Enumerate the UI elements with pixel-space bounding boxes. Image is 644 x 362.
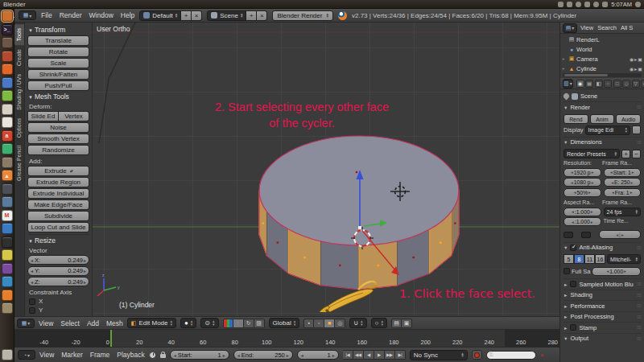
render-action-button[interactable]: Audio (616, 114, 641, 124)
jump-to-next-keyframe-button[interactable]: ▶▶ (385, 350, 395, 360)
visibility-eye-icon[interactable]: ◉ (630, 66, 634, 72)
display-extra-button[interactable] (632, 125, 641, 134)
selectability-arrow-icon[interactable]: ▸ (634, 66, 637, 72)
outliner-item[interactable]: + ▣ Camera ◉ ▸ ▣ (562, 54, 642, 64)
object-tab[interactable]: □ (613, 80, 621, 88)
shelf-tab[interactable]: Create (14, 45, 24, 70)
start-frame-field[interactable]: ◂Start:1▸ (170, 350, 229, 360)
viewport-menu[interactable]: Select (60, 319, 80, 327)
delete-scene-button[interactable]: × (257, 10, 267, 21)
resolution-field[interactable]: ◂1920 p▸ (564, 168, 601, 177)
outliner-menu[interactable]: All S (621, 24, 633, 31)
current-frame-field[interactable]: ◂1▸ (297, 350, 339, 360)
render-layers-tab[interactable]: ▤ (585, 80, 593, 88)
web-globe-icon[interactable] (2, 196, 13, 208)
rotate-manipulator-icon[interactable]: ↻ (244, 319, 254, 328)
timeline-menu[interactable]: View (39, 351, 54, 359)
renderability-camera-icon[interactable]: ▣ (638, 66, 642, 72)
blender-dock-icon[interactable] (2, 10, 13, 22)
network-icon[interactable] (558, 2, 564, 7)
aa-samples-button[interactable]: 5 (564, 254, 574, 264)
renderability-camera-icon[interactable]: ▣ (638, 56, 642, 62)
properties-editor-type-button[interactable]: ▥ (563, 79, 573, 88)
transform-button[interactable]: Rotate (27, 47, 89, 57)
fps-dropdown[interactable]: 24 fps▴▾ (604, 208, 642, 216)
menu[interactable]: Help (121, 11, 134, 19)
sync-dropdown[interactable]: No Sync▴▾ (410, 350, 468, 360)
add-tool-button[interactable]: Extrude Region (27, 177, 89, 187)
media-player-icon[interactable] (2, 223, 13, 234)
mail-icon[interactable] (584, 2, 590, 7)
extrude-dropdown[interactable]: Extrude (27, 166, 89, 176)
lock-time-icon[interactable] (160, 354, 166, 358)
vertex-select-icon[interactable]: ▪ (303, 319, 314, 328)
orientation-dropdown[interactable]: Global▴▾ (269, 318, 300, 328)
end-frame-field[interactable]: ◂End:250▸ (233, 350, 293, 360)
keying-set-field[interactable]: ⚿ (486, 351, 536, 360)
aspect-y-field[interactable]: ◂:1.000▸ (564, 217, 601, 226)
gmail-icon[interactable]: M (2, 210, 13, 221)
viewport-menu[interactable]: View (39, 319, 53, 327)
snap-dropdown[interactable]: ∪▴▾ (349, 318, 366, 328)
menu[interactable]: Window (89, 11, 114, 19)
transform-panel-header[interactable]: ▼Transform (28, 26, 89, 34)
aspect-x-field[interactable]: ◂:1.000▸ (564, 208, 601, 216)
cylinder-mesh[interactable] (259, 136, 459, 290)
add-layout-button[interactable]: + (181, 10, 192, 21)
add-scene-button[interactable]: + (246, 10, 257, 21)
jump-to-end-button[interactable]: ▶| (395, 350, 406, 360)
section-checkbox[interactable] (570, 281, 576, 287)
edge-select-icon[interactable]: ▫ (314, 319, 324, 328)
translate-manipulator-icon[interactable]: ↑ (233, 319, 244, 328)
outliner-editor-type-button[interactable]: ▤ (563, 23, 577, 33)
outliner-menu[interactable]: Search (597, 24, 617, 31)
anti-aliasing-panel-header[interactable]: Anti-Aliasing≡≡ (564, 242, 641, 253)
resolution-field[interactable]: ◂50%▸ (564, 188, 601, 197)
aa-samples-button[interactable]: 8 (574, 254, 584, 264)
aa-samples-button[interactable]: 11 (584, 254, 595, 264)
timeline-editor-type-button[interactable]: ◔ (18, 350, 35, 360)
volume-icon[interactable] (602, 2, 608, 7)
transform-button[interactable]: Scale (27, 58, 89, 68)
timeline-menu[interactable]: Frame (90, 351, 110, 359)
properties-section-header[interactable]: Sampled Motion Blu ≡≡ (564, 278, 641, 290)
selectability-arrow-icon[interactable]: ▸ (634, 56, 637, 62)
dimensions-panel-header[interactable]: Dimensions≡≡ (564, 137, 641, 148)
viewport-menu[interactable]: Mesh (106, 319, 123, 327)
camera-app-icon[interactable] (2, 237, 13, 248)
mesh-tools-panel-header[interactable]: ▼Mesh Tools (28, 93, 89, 101)
viewport-shading-dropdown[interactable]: ●▴▾ (180, 318, 196, 328)
libreoffice-writer-icon[interactable] (2, 77, 13, 88)
shelf-tab[interactable]: Tools (14, 24, 24, 45)
limit-visible-icon[interactable]: ◎ (335, 319, 345, 328)
scale-manipulator-icon[interactable]: ▨ (254, 319, 265, 328)
use-preview-range-icon[interactable] (149, 352, 156, 359)
libreoffice-impress-icon[interactable] (2, 104, 13, 115)
outliner-item[interactable]: + ▲ Cylinde ◉ ▸ ▣ (562, 64, 642, 72)
render-engine-dropdown[interactable]: Blender Render▴▾ (272, 10, 333, 21)
render-action-button[interactable]: Anim (590, 114, 615, 124)
jump-to-prev-keyframe-button[interactable]: ◀◀ (353, 350, 364, 360)
transform-button[interactable]: Push/Pull (27, 80, 89, 91)
frame-range-field[interactable]: ◂Fra: 1▸ (604, 188, 642, 197)
auto-keyframe-button[interactable] (472, 350, 482, 360)
properties-section-header[interactable]: Post Processing ≡≡ (564, 311, 641, 323)
terminal-icon[interactable]: >_ (2, 24, 13, 35)
3d-viewport[interactable]: y z User Ortho (1) Cylinder 2. Start sel… (93, 23, 559, 316)
mode-dropdown[interactable]: ◧Edit Mode▴▾ (127, 318, 176, 328)
deform-button[interactable]: Slide Ed (27, 111, 59, 121)
full-sample-checkbox[interactable] (564, 268, 570, 274)
play-button[interactable]: ▶ (374, 350, 385, 360)
archive-icon[interactable] (2, 157, 13, 168)
add-tool-button[interactable]: Extrude Individual (27, 188, 89, 199)
editor-type-button[interactable]: ▦ (19, 10, 36, 20)
deform-button[interactable]: Noise (27, 122, 89, 133)
axis-checkbox[interactable] (29, 316, 35, 317)
folder-icon[interactable] (567, 2, 572, 7)
opengl-render-icon[interactable]: ▤ (391, 319, 402, 328)
shelf-tab[interactable]: Grease Pencil (14, 142, 24, 185)
viewport-editor-type-button[interactable]: ▦ (17, 319, 35, 328)
menu[interactable]: Render (60, 11, 82, 19)
pin-icon[interactable] (563, 93, 571, 101)
shelf-tab[interactable]: Shading / UVs (14, 70, 24, 114)
